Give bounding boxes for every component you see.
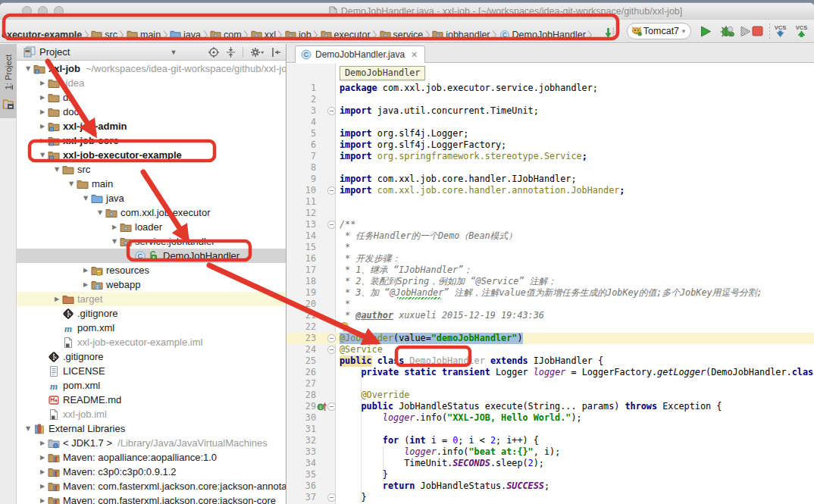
tree-row-DemoJobHandler[interactable]: CDemoJobHandler [17, 249, 286, 263]
intention-bulb-icon[interactable] [340, 321, 349, 333]
chevron-collapsed-icon[interactable]: ▶ [37, 497, 48, 504]
tree-row-java[interactable]: ▼java [17, 191, 286, 205]
tree-row-LICENSE[interactable]: LICENSE [17, 364, 286, 378]
chevron-expanded-icon[interactable]: ▼ [66, 180, 77, 187]
breadcrumb-item-main[interactable]: main [127, 29, 161, 40]
chevron-collapsed-icon[interactable]: ▶ [37, 94, 48, 101]
collapse-all-icon[interactable] [226, 47, 236, 58]
chevron-collapsed-icon[interactable]: ▶ [109, 224, 120, 230]
chevron-collapsed-icon[interactable]: ▶ [37, 137, 48, 144]
breadcrumb-item-service[interactable]: service [380, 29, 424, 40]
tree-row-.gitignore[interactable]: .gitignore [17, 306, 286, 321]
settings-gear-icon[interactable] [250, 47, 265, 58]
tree-row-src[interactable]: ▼src [17, 162, 286, 177]
chevron-expanded-icon[interactable]: ▼ [52, 166, 62, 173]
tree-row-doc[interactable]: ▶doc [17, 105, 286, 119]
tree-row-xxl-job-executor-example[interactable]: ▼xxl-job-executor-example [17, 148, 286, 162]
chevron-collapsed-icon[interactable]: ▶ [52, 296, 62, 302]
tree-row-xxl-job.iml[interactable]: xxl-job.iml [17, 407, 286, 421]
chevron-collapsed-icon[interactable]: ▶ [37, 440, 48, 446]
run-button[interactable] [700, 26, 711, 37]
code-token-fld: logger [383, 412, 415, 424]
chevron-collapsed-icon[interactable]: ▶ [37, 454, 48, 461]
breadcrumb-item-DemoJobHandler[interactable]: CDemoJobHandler [499, 30, 586, 40]
fold-marker-icon[interactable] [327, 221, 336, 229]
debug-button[interactable] [720, 25, 734, 37]
chevron-collapsed-icon[interactable]: ▶ [80, 267, 91, 274]
close-tab-icon[interactable]: ✕ [411, 50, 418, 60]
tree-row-target[interactable]: ▶target [17, 292, 286, 306]
chevron-collapsed-icon[interactable]: ▶ [37, 468, 48, 475]
fold-marker-icon[interactable] [327, 107, 336, 115]
tree-row-xxl-job-executor-example.iml[interactable]: xxl-job-executor-example.iml [17, 335, 286, 349]
fold-marker-icon[interactable] [327, 186, 336, 195]
fold-marker-icon[interactable] [327, 346, 336, 354]
stop-button[interactable] [752, 26, 763, 36]
code-token-ann: @Override [361, 390, 409, 401]
run-with-coverage-button[interactable] [740, 26, 752, 37]
tree-row-Maven-c3p0-c3p0-0.9.1.2[interactable]: ▶Maven: c3p0:c3p0:0.9.1.2 [17, 465, 286, 479]
tree-row-.idea[interactable]: ▶.idea [17, 76, 286, 90]
vcs-update-button[interactable]: VCS [773, 24, 787, 39]
chevron-collapsed-icon[interactable]: ▶ [37, 483, 48, 490]
breadcrumb-label: job [299, 30, 312, 40]
close-window-button[interactable] [22, 6, 32, 16]
editor-tab[interactable]: C DemoJobHandler.java ✕ [295, 45, 425, 63]
tree-row-xxl-job-core[interactable]: ▶xxl-job-core [17, 133, 286, 148]
scroll-to-source-icon[interactable]: 101 [605, 27, 615, 40]
tree-row-xxl-job-admin[interactable]: ▶xxl-job-admin [17, 119, 286, 133]
tree-row-External-Libraries[interactable]: ▼External Libraries [17, 421, 286, 436]
chevron-expanded-icon[interactable]: ▼ [23, 65, 33, 72]
hide-panel-icon[interactable] [271, 47, 281, 58]
tree-row-pom.xml[interactable]: mpom.xml [17, 321, 286, 335]
breadcrumb-item-com[interactable]: com [210, 29, 242, 40]
tree-row-label: doc [63, 106, 79, 117]
tree-row-webapp[interactable]: ▶webapp [17, 277, 286, 292]
tree-row-resources[interactable]: ▶resources [17, 263, 286, 277]
breadcrumb-separator-icon [492, 30, 497, 40]
tree-row-Maven-aopalliance-aopalliance-1.0[interactable]: ▶Maven: aopalliance:aopalliance:1.0 [17, 450, 286, 465]
zoom-window-button[interactable] [54, 6, 64, 16]
locate-file-icon[interactable] [208, 47, 219, 58]
tree-row-Maven-com.fasterxml.jackson.core-jackson-annotations[interactable]: ▶Maven: com.fasterxml.jackson.core:jacks… [17, 479, 286, 493]
tree-row-Maven-com.fasterxml.jackson.core-jackson-core[interactable]: ▶Maven: com.fasterxml.jackson.core:jacks… [17, 493, 286, 504]
tree-row-pom.xml[interactable]: mpom.xml [17, 378, 286, 393]
tree-row-README.md[interactable]: README.md [17, 393, 286, 407]
fold-marker-icon[interactable] [327, 493, 336, 502]
minimize-window-button[interactable] [38, 6, 48, 16]
overrides-method-icon[interactable]: i [317, 401, 327, 412]
chevron-collapsed-icon[interactable]: ▶ [37, 80, 48, 86]
tree-row-loader[interactable]: ▶loader [17, 220, 286, 234]
tree-row--JDK1.7-[interactable]: ▶< JDK1.7 >/Library/Java/JavaVirtualMach… [17, 436, 286, 450]
project-stripe-button[interactable]: 1: Project [0, 44, 17, 118]
breadcrumb-item-job[interactable]: job [285, 29, 312, 40]
chevron-expanded-icon[interactable]: ▼ [37, 152, 48, 158]
chevron-expanded-icon[interactable]: ▼ [23, 425, 33, 432]
tree-row-xxl-job[interactable]: ▼xxl-job~/workspaces/idea-git-workspace/… [17, 61, 286, 76]
run-configuration-select[interactable]: Tomcat7 ▼ [627, 23, 691, 39]
project-panel-header: Project ▼ [17, 44, 286, 61]
breadcrumb-item-src[interactable]: src [91, 29, 117, 40]
vcs-commit-button[interactable]: VCS [794, 24, 809, 39]
chevron-collapsed-icon[interactable]: ▶ [37, 108, 48, 115]
chevron-collapsed-icon[interactable]: ▶ [37, 123, 48, 130]
breadcrumb-item-jobhandler[interactable]: jobhandler [432, 29, 490, 40]
tree-row-service.jobhandler[interactable]: ▼service.jobhandler [17, 234, 286, 249]
chevron-expanded-icon[interactable]: ▼ [95, 209, 105, 216]
editor-body[interactable]: 1234567891011121314151617181920212223242… [286, 64, 814, 504]
chevron-expanded-icon[interactable]: ▼ [109, 238, 120, 245]
chevron-down-icon[interactable]: ▼ [170, 49, 177, 56]
tree-row-label: xxl-job-executor-example.iml [77, 337, 202, 348]
chevron-expanded-icon[interactable]: ▼ [80, 195, 91, 202]
breadcrumb-item-xxl[interactable]: xxl [251, 29, 276, 40]
breadcrumb-item-executor[interactable]: executor [321, 29, 371, 40]
breadcrumb-item-java[interactable]: java [170, 29, 201, 40]
breadcrumb-item-executor-example[interactable]: executor-example [2, 30, 82, 40]
chevron-collapsed-icon[interactable]: ▶ [80, 281, 91, 288]
fold-marker-icon[interactable] [327, 402, 336, 411]
tree-row-.gitignore[interactable]: .gitignore [17, 349, 286, 364]
tree-row-db[interactable]: ▶db [17, 90, 286, 105]
tree-row-main[interactable]: ▼main [17, 177, 286, 191]
tree-row-com.xxl.job.executor[interactable]: ▼com.xxl.job.executor [17, 205, 286, 220]
fold-marker-icon[interactable] [327, 334, 336, 343]
